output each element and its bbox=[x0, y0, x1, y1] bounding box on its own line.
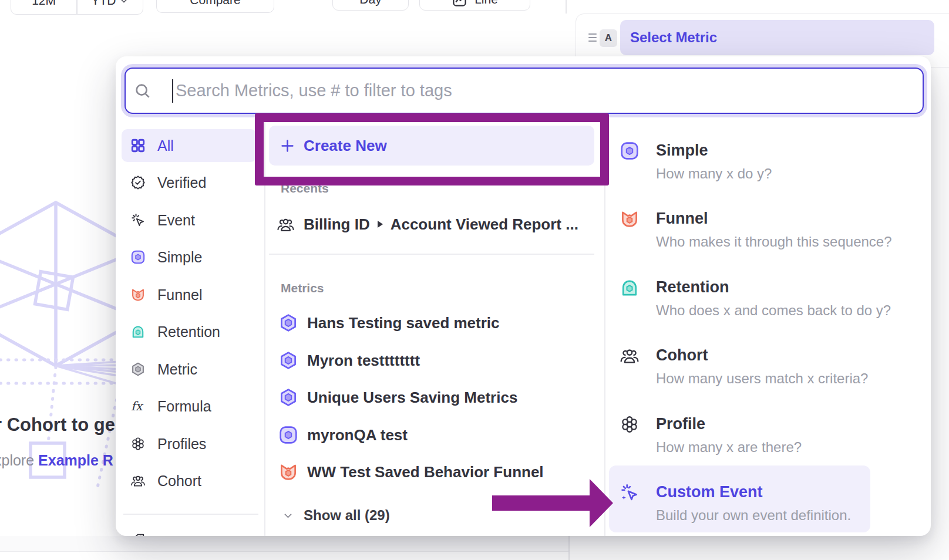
sidebar-item-profiles[interactable]: Profiles bbox=[122, 427, 257, 460]
sidebar-item-label: Verified bbox=[157, 174, 206, 191]
metric-list-item[interactable]: Unique Users Saving Metrics bbox=[269, 380, 594, 414]
type-title: Profile bbox=[656, 415, 705, 433]
sidebar-item-tags[interactable]: Tags bbox=[122, 531, 257, 536]
metric-label: Unique Users Saving Metrics bbox=[307, 389, 517, 407]
grid-icon bbox=[130, 138, 146, 153]
retention-metric-icon bbox=[620, 278, 640, 298]
metric-label: WW Test Saved Behavior Funnel bbox=[307, 463, 544, 481]
range-ytd-label: YTD bbox=[91, 0, 116, 8]
metric-list-item[interactable]: Myron testttttttt bbox=[269, 343, 594, 377]
chevron-down-icon bbox=[282, 510, 294, 521]
search-icon bbox=[134, 82, 152, 100]
profiles-icon bbox=[130, 436, 146, 451]
select-metric-field[interactable]: Select Metric bbox=[620, 20, 934, 55]
funnel-metric-icon bbox=[278, 462, 298, 482]
type-desc: How many users match x criteria? bbox=[656, 370, 868, 387]
background-subline: xplore Example R bbox=[0, 452, 113, 469]
type-desc: Build your own event definition. bbox=[656, 507, 851, 524]
type-title: Funnel bbox=[656, 210, 708, 228]
sidebar-item-label: Event bbox=[157, 212, 195, 229]
sidebar-divider bbox=[123, 514, 258, 515]
text-caret bbox=[172, 79, 173, 103]
chart-type-line-button[interactable]: Line bbox=[419, 0, 530, 11]
type-desc: Who makes it through this sequence? bbox=[656, 234, 892, 250]
line-label: Line bbox=[474, 0, 498, 6]
sidebar-item-label: Formula bbox=[157, 398, 211, 415]
formula-icon: fx bbox=[130, 399, 146, 414]
saved-metric-icon bbox=[278, 387, 298, 407]
recent-secondary: Account Viewed Report ... bbox=[391, 215, 578, 234]
saved-metric-icon bbox=[278, 350, 298, 370]
drag-handle-icon[interactable] bbox=[588, 33, 597, 42]
interval-day-button[interactable]: Day bbox=[332, 0, 409, 11]
sidebar-item-metric[interactable]: Metric bbox=[122, 353, 257, 386]
svg-text:fx: fx bbox=[131, 399, 144, 413]
sidebar-item-simple[interactable]: Simple bbox=[122, 241, 257, 274]
metric-hexagon-icon bbox=[130, 362, 146, 377]
sidebar-item-label: Funnel bbox=[157, 286, 202, 303]
profiles-icon bbox=[620, 414, 640, 434]
event-cursor-icon bbox=[130, 212, 146, 228]
line-chart-icon bbox=[452, 0, 467, 8]
metric-label: Hans Testing saved metric bbox=[307, 314, 500, 332]
show-all-label: Show all (29) bbox=[304, 507, 390, 524]
sidebar-item-label: Tags bbox=[157, 533, 191, 536]
type-desc: How many x do y? bbox=[656, 166, 772, 182]
metric-list-item[interactable]: myronQA test bbox=[269, 418, 594, 452]
sidebar-item-label: Metric bbox=[157, 361, 197, 378]
range-12m-label: 12M bbox=[32, 0, 56, 8]
type-title: Simple bbox=[656, 141, 708, 160]
cohort-icon bbox=[620, 346, 640, 366]
metric-label: Myron testttttttt bbox=[307, 352, 420, 370]
tag-icon bbox=[130, 532, 146, 536]
retention-metric-icon bbox=[130, 324, 146, 339]
verified-badge-icon bbox=[130, 175, 146, 190]
recent-primary: Billing ID bbox=[304, 215, 370, 234]
example-link[interactable]: Example R bbox=[38, 452, 113, 468]
simple-metric-icon bbox=[130, 249, 146, 265]
sidebar-item-label: Profiles bbox=[157, 436, 206, 453]
metric-row-letter: A bbox=[605, 32, 612, 44]
funnel-metric-icon bbox=[620, 209, 640, 229]
select-metric-placeholder: Select Metric bbox=[630, 29, 717, 46]
breadcrumb-arrow-icon bbox=[378, 221, 383, 228]
type-title: Retention bbox=[656, 278, 729, 296]
range-ytd-button[interactable]: YTD bbox=[78, 0, 143, 14]
sidebar-item-formula[interactable]: fx Formula bbox=[122, 390, 257, 423]
metric-list-item[interactable]: Hans Testing saved metric bbox=[269, 306, 594, 340]
type-desc: Who does x and comes back to do y? bbox=[656, 302, 891, 319]
sidebar-item-funnel[interactable]: Funnel bbox=[122, 278, 257, 311]
sidebar-item-label: Retention bbox=[157, 323, 220, 340]
cohort-icon bbox=[130, 473, 146, 488]
recent-metric-row[interactable]: Billing ID Account Viewed Report ... bbox=[269, 208, 594, 241]
funnel-metric-icon bbox=[130, 287, 146, 302]
background-panel-edge bbox=[0, 536, 568, 552]
cohort-icon bbox=[277, 215, 295, 234]
annotation-arrow bbox=[492, 479, 613, 527]
sidebar-item-label: Simple bbox=[157, 249, 202, 266]
simple-metric-icon bbox=[620, 141, 640, 161]
compare-button[interactable]: Compare bbox=[156, 0, 274, 13]
type-title: Custom Event bbox=[656, 483, 763, 501]
annotation-rectangle bbox=[255, 113, 609, 185]
chevron-down-icon bbox=[119, 0, 129, 5]
compare-label: Compare bbox=[190, 0, 240, 7]
subline-text: xplore bbox=[0, 452, 34, 468]
custom-event-icon bbox=[620, 483, 640, 502]
search-placeholder: Search Metrics, use # to filter to tags bbox=[176, 81, 452, 100]
metric-row-badge: A bbox=[600, 29, 617, 47]
simple-metric-icon bbox=[278, 425, 298, 445]
sidebar-item-retention[interactable]: Retention bbox=[122, 315, 257, 348]
day-label: Day bbox=[359, 0, 381, 6]
metric-label: myronQA test bbox=[307, 426, 408, 444]
type-desc: How many x are there? bbox=[656, 439, 802, 456]
sidebar-item-event[interactable]: Event bbox=[122, 204, 257, 237]
date-range-control: 12M YTD bbox=[11, 0, 143, 15]
panel-divider-top bbox=[566, 0, 567, 14]
sidebar-item-verified[interactable]: Verified bbox=[122, 166, 257, 199]
sidebar-item-all[interactable]: All bbox=[122, 129, 257, 162]
type-title: Cohort bbox=[656, 346, 708, 365]
search-input[interactable]: Search Metrics, use # to filter to tags bbox=[124, 68, 924, 114]
range-12m-button[interactable]: 12M bbox=[11, 0, 76, 14]
sidebar-item-cohort[interactable]: Cohort bbox=[122, 464, 257, 497]
